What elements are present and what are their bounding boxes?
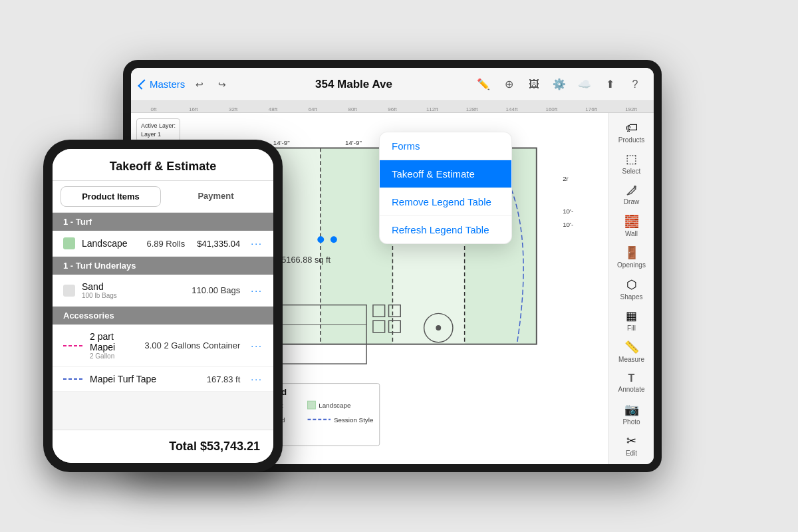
svg-text:14'-9": 14'-9"	[273, 139, 291, 146]
svg-rect-39	[308, 401, 316, 409]
svg-text:Landscape: Landscape	[319, 402, 351, 409]
tool-shapes[interactable]: ⬡ Shapes	[613, 273, 650, 303]
settings-icon[interactable]: ⚙️	[550, 75, 569, 94]
svg-text:10'-: 10'-	[563, 207, 573, 215]
ruler-marks: 0ft 16ft 32ft 48ft 64ft 80ft 96ft 112ft …	[131, 101, 654, 112]
product-name: 2 part Mapei	[90, 331, 138, 352]
tool-edit[interactable]: ✂ Edit	[613, 430, 650, 460]
dropdown-item-takeoff[interactable]: Takeoff & Estimate	[380, 160, 511, 188]
tool-photo[interactable]: 📷 Photo	[613, 399, 650, 429]
list-item: Landscape 6.89 Rolls $41,335.04 ···	[53, 231, 273, 257]
image-icon[interactable]: 🖼	[525, 75, 543, 94]
select-icon: ⬚	[626, 152, 637, 166]
ruler-mark: 16ft	[174, 106, 213, 112]
product-more-button[interactable]: ···	[251, 340, 263, 351]
total-value: $53,743.21	[200, 440, 260, 453]
product-more-button[interactable]: ···	[251, 285, 263, 296]
svg-point-21	[331, 236, 337, 243]
tool-annotate-label: Annotate	[618, 386, 644, 393]
accessory-indicator-pink	[63, 342, 83, 350]
list-item: Sand 100 lb Bags 110.00 Bags ···	[53, 275, 273, 307]
product-info-landscape: Landscape	[82, 238, 140, 249]
layers-icon[interactable]: ⊕	[499, 75, 518, 94]
product-qty: 167.83 ft	[207, 374, 241, 384]
tool-fill-label: Fill	[627, 325, 636, 332]
ruler-mark: 144ft	[492, 106, 532, 112]
tool-wall[interactable]: 🧱 Wall	[613, 211, 650, 241]
svg-text:14'-9": 14'-9"	[345, 139, 362, 146]
ruler-mark: 112ft	[412, 106, 452, 112]
help-icon[interactable]: ?	[626, 75, 644, 94]
svg-text:Session Style: Session Style	[334, 416, 374, 424]
phone-screen: Takeoff & Estimate Product Items Payment…	[53, 149, 273, 463]
products-icon: 🏷	[626, 121, 638, 135]
product-info-mapei: 2 part Mapei 2 Gallon	[90, 331, 138, 360]
ruler-mark: 96ft	[372, 106, 412, 112]
ruler-mark: 176ft	[571, 106, 611, 112]
photo-icon: 📷	[624, 402, 639, 417]
tool-products-label: Products	[618, 136, 644, 144]
dropdown-item-forms[interactable]: Forms	[380, 132, 511, 160]
product-name: Landscape	[82, 238, 140, 249]
annotate-icon: T	[628, 372, 635, 384]
tool-products[interactable]: 🏷 Products	[613, 117, 650, 147]
tool-openings[interactable]: 🚪 Openings	[613, 242, 650, 272]
ruler-mark: 128ft	[452, 106, 492, 112]
product-more-button[interactable]: ···	[251, 374, 263, 384]
fill-icon: ▦	[626, 309, 637, 323]
tool-wall-label: Wall	[625, 230, 638, 237]
phone-topbar: Takeoff & Estimate	[53, 149, 273, 181]
product-price: $41,335.04	[197, 239, 240, 249]
ruler-mark: 192ft	[611, 106, 651, 112]
edit-icon[interactable]: ✏️	[474, 75, 493, 94]
product-info-sand: Sand 100 lb Bags	[82, 281, 185, 299]
tool-fill[interactable]: ▦ Fill	[613, 305, 650, 335]
svg-text:2r: 2r	[563, 175, 569, 182]
tab-product-items[interactable]: Product Items	[61, 186, 161, 207]
tab-payment[interactable]: Payment	[166, 186, 265, 207]
phone-total-bar: Total $53,743.21	[53, 430, 273, 463]
cloud-icon[interactable]: ☁️	[575, 75, 594, 94]
ruler-mark: 48ft	[253, 106, 293, 112]
openings-icon: 🚪	[624, 245, 639, 260]
edit-tool-icon: ✂	[626, 434, 636, 448]
share-icon[interactable]: ⬆	[600, 75, 619, 94]
tool-select-label: Select	[622, 168, 641, 175]
shapes-icon: ⬡	[626, 277, 637, 292]
tablet-nav-left: Masters ↩ ↪	[140, 75, 233, 94]
tool-annotate[interactable]: T Annotate	[613, 368, 650, 398]
tool-openings-label: Openings	[617, 261, 646, 269]
tool-shapes-label: Shapes	[620, 293, 643, 301]
phone-device: Takeoff & Estimate Product Items Payment…	[43, 140, 283, 472]
accessory-indicator-blue	[63, 375, 83, 383]
ruler-mark: 160ft	[531, 106, 571, 112]
product-name: Sand	[82, 281, 185, 292]
phone-title: Takeoff & Estimate	[66, 160, 260, 174]
section-header-accessories: Accessories	[53, 307, 273, 325]
document-title: 354 Mable Ave	[233, 78, 474, 91]
product-qty: 6.89 Rolls	[146, 239, 185, 249]
section-header-turf: 1 - Turf	[53, 213, 273, 231]
tool-draw[interactable]: Draw	[613, 180, 650, 209]
back-button[interactable]: Masters	[140, 78, 185, 90]
svg-point-49	[634, 186, 636, 188]
tool-select[interactable]: ⬚ Select	[613, 148, 650, 178]
right-toolbar: 🏷 Products ⬚ Select Draw 🧱 Wall	[608, 113, 654, 464]
items-list: 1 - Turf Landscape 6.89 Rolls $41,335.04…	[53, 213, 273, 430]
ruler: 0ft 16ft 32ft 48ft 64ft 80ft 96ft 112ft …	[131, 101, 654, 113]
color-swatch-landscape	[63, 237, 75, 249]
redo-button[interactable]: ↪	[213, 75, 231, 94]
product-sub: 2 Gallon	[90, 352, 138, 360]
product-more-button[interactable]: ···	[251, 238, 263, 249]
list-item: 2 part Mapei 2 Gallon 3.00 2 Gallons Con…	[53, 325, 273, 367]
product-name: Mapei Turf Tape	[90, 374, 200, 384]
undo-button[interactable]: ↩	[190, 75, 209, 94]
product-qty: 110.00 Bags	[192, 285, 240, 295]
dropdown-item-refresh-legend[interactable]: Refresh Legend Table	[380, 216, 511, 243]
tool-measure[interactable]: 📏 Measure	[613, 336, 650, 366]
tool-edit-label: Edit	[626, 450, 637, 457]
dropdown-item-remove-legend[interactable]: Remove Legend Table	[380, 188, 511, 216]
ruler-mark: 0ft	[134, 106, 174, 112]
dashed-blue-line-icon	[63, 375, 83, 383]
wall-icon: 🧱	[624, 214, 639, 229]
